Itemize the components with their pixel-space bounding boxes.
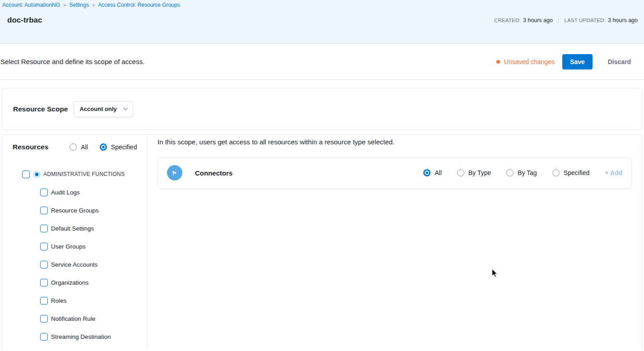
breadcrumb-account-link[interactable]: Account: AutomationNG — [2, 2, 60, 8]
radio-label: By Type — [468, 169, 491, 176]
radio-label: All — [435, 169, 442, 176]
tree-item-label: Roles — [51, 297, 67, 304]
tree-item-label: Audit Logs — [51, 189, 80, 196]
tree-item-notification-rule[interactable]: Notification Rule — [13, 309, 147, 328]
radio-icon[interactable] — [69, 143, 77, 151]
resources-filter-radios: All Specified — [69, 143, 137, 151]
breadcrumb-settings-link[interactable]: Settings — [69, 2, 89, 8]
radio-icon[interactable] — [506, 169, 514, 176]
action-toolbar: Select Resource and define its scope of … — [0, 44, 644, 80]
unsaved-dot-icon — [496, 60, 500, 64]
breadcrumb-resource-groups-link[interactable]: Access Control: Resource Groups — [98, 2, 180, 8]
connectors-access-radios: All By Type By Tag Specified + Add — [423, 169, 622, 176]
resource-scope-label: Resource Scope — [13, 105, 68, 113]
unsaved-changes-label: Unsaved changes — [504, 58, 555, 65]
save-button[interactable]: Save — [562, 54, 593, 69]
radio-label: By Tag — [518, 169, 537, 176]
checkbox-icon[interactable] — [40, 207, 48, 214]
checkbox-icon[interactable] — [40, 261, 48, 268]
connectors-radio-specified[interactable]: Specified — [552, 169, 590, 176]
chevron-right-icon: > — [92, 2, 95, 8]
resource-scope-selected-value: Account only — [79, 106, 116, 112]
chevron-right-icon: > — [63, 2, 66, 8]
radio-label: Specified — [111, 143, 137, 151]
checkbox-icon[interactable] — [40, 333, 48, 341]
connectors-radio-all[interactable]: All — [423, 169, 442, 176]
tree-item-label: Resource Groups — [51, 207, 99, 214]
tree-item-user-groups[interactable]: User Groups — [13, 237, 147, 255]
radio-label: Specified — [564, 169, 590, 176]
connectors-icon — [167, 165, 182, 180]
toolbar-description: Select Resource and define its scope of … — [0, 58, 144, 65]
created-value: 3 hours ago — [523, 17, 553, 23]
breadcrumb: Account: AutomationNG > Settings > Acces… — [2, 2, 638, 8]
resources-radio-all[interactable]: All — [69, 143, 88, 151]
tree-item-audit-logs[interactable]: Audit Logs — [13, 183, 147, 201]
tree-item-default-settings[interactable]: Default Settings — [13, 219, 147, 237]
timestamps: CREATED: 3 hours ago | LAST UPDATED: 3 h… — [494, 17, 638, 24]
discard-button[interactable]: Discard — [608, 58, 631, 65]
page-title: doc-trbac — [7, 16, 42, 25]
radio-icon[interactable] — [552, 169, 560, 176]
tree-item-service-accounts[interactable]: Service Accounts — [13, 255, 147, 273]
tree-item-label: Default Settings — [51, 225, 94, 232]
last-updated-label: LAST UPDATED: — [564, 18, 606, 23]
connectors-radio-by-type[interactable]: By Type — [457, 169, 491, 176]
tree-item-streaming-destination[interactable]: Streaming Destination — [13, 328, 147, 346]
last-updated-value: 3 hours ago — [608, 17, 638, 23]
checkbox-icon[interactable] — [40, 279, 48, 286]
unsaved-changes-status: Unsaved changes — [496, 58, 555, 65]
resources-radio-specified[interactable]: Specified — [100, 143, 137, 151]
checkbox-icon[interactable] — [40, 297, 48, 305]
radio-icon-selected[interactable] — [423, 169, 431, 176]
radio-icon[interactable] — [457, 169, 464, 176]
resource-scope-dropdown[interactable]: Account only — [73, 101, 133, 117]
tree-item-label: User Groups — [51, 243, 86, 250]
add-connectors-button[interactable]: + Add — [605, 169, 622, 176]
page-header: Account: AutomationNG > Settings > Acces… — [0, 0, 644, 44]
resource-scope-card: Resource Scope Account only — [2, 88, 642, 130]
connectors-row: Connectors All By Type By Tag Specified — [158, 157, 632, 189]
tree-group-administrative-functions[interactable]: ADMINISTRATIVE FUNCTIONS — [13, 165, 147, 183]
chevron-down-icon — [123, 107, 128, 111]
account-scope-badge-icon — [33, 171, 41, 178]
checkbox-icon[interactable] — [40, 243, 48, 250]
tree-item-label: Notification Rule — [51, 315, 95, 322]
tree-item-label: Streaming Destination — [51, 333, 111, 340]
resources-title: Resources — [13, 143, 48, 151]
tree-item-label: Service Accounts — [51, 261, 98, 268]
radio-icon-selected[interactable] — [100, 143, 107, 151]
checkbox-icon[interactable] — [22, 171, 30, 178]
radio-label: All — [81, 143, 88, 151]
tree-item-label: Organizations — [51, 279, 88, 286]
tree-item-resource-groups[interactable]: Resource Groups — [13, 201, 147, 219]
resource-type-tree: ADMINISTRATIVE FUNCTIONS Audit Logs Reso… — [13, 165, 147, 346]
scope-description: In this scope, users get access to all r… — [158, 138, 632, 146]
connectors-label: Connectors — [195, 169, 232, 177]
tree-group-label: ADMINISTRATIVE FUNCTIONS — [43, 171, 125, 177]
resources-card: Resources All Specified ADMINISTRATIVE F… — [2, 134, 642, 351]
tree-item-roles[interactable]: Roles — [13, 291, 147, 309]
scope-detail-panel: In this scope, users get access to all r… — [147, 135, 642, 351]
checkbox-icon[interactable] — [40, 189, 48, 196]
connectors-radio-by-tag[interactable]: By Tag — [506, 169, 537, 176]
checkbox-icon[interactable] — [40, 315, 48, 323]
resources-list-panel: Resources All Specified ADMINISTRATIVE F… — [2, 135, 147, 351]
meta-divider: | — [558, 17, 559, 24]
checkbox-icon[interactable] — [40, 225, 48, 232]
tree-item-organizations[interactable]: Organizations — [13, 273, 147, 291]
created-label: CREATED: — [494, 18, 521, 23]
